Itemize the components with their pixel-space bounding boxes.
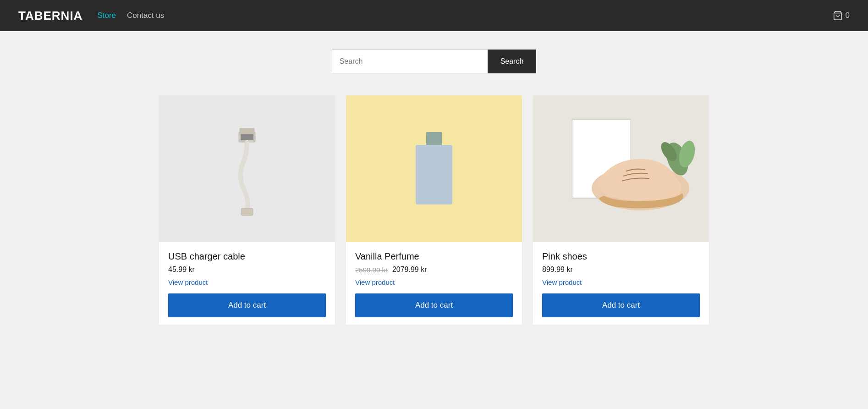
product-card-shoes: Pink shoes 899.99 kr View product Add to… <box>533 95 709 325</box>
price-row-shoes: 899.99 kr <box>542 265 700 274</box>
nav-contact-link[interactable]: Contact us <box>127 11 164 20</box>
cart-icon <box>833 11 843 21</box>
add-to-cart-perfume[interactable]: Add to cart <box>355 293 513 317</box>
price-usb: 45.99 kr <box>168 265 195 274</box>
add-to-cart-usb[interactable]: Add to cart <box>168 293 326 317</box>
search-bar: Search <box>122 50 746 73</box>
svg-rect-3 <box>240 128 254 134</box>
search-button[interactable]: Search <box>488 50 537 73</box>
main-content: Search USB charger cable <box>113 31 755 352</box>
shoes-illustration <box>533 95 709 242</box>
navbar-left: TABERNIA Store Contact us <box>18 9 164 23</box>
bottle-body <box>416 145 452 204</box>
cart-count: 0 <box>846 11 850 20</box>
product-name-shoes: Pink shoes <box>542 251 700 262</box>
view-product-shoes[interactable]: View product <box>542 278 700 286</box>
product-card-usb: USB charger cable 45.99 kr View product … <box>159 95 335 325</box>
product-grid: USB charger cable 45.99 kr View product … <box>159 95 709 325</box>
product-card-perfume: Vanilla Perfume 2599.99 kr 2079.99 kr Vi… <box>346 95 522 325</box>
price-shoes: 899.99 kr <box>542 265 573 274</box>
product-name-perfume: Vanilla Perfume <box>355 251 513 262</box>
svg-rect-2 <box>241 134 253 140</box>
navbar: TABERNIA Store Contact us 0 <box>0 0 868 31</box>
brand-logo: TABERNIA <box>18 9 82 23</box>
product-info-shoes: Pink shoes 899.99 kr View product Add to… <box>533 242 709 325</box>
nav-store-link[interactable]: Store <box>97 11 116 20</box>
product-name-usb: USB charger cable <box>168 251 326 262</box>
perfume-bottle-illustration <box>413 132 455 205</box>
nav-links: Store Contact us <box>97 11 164 20</box>
usb-cable-illustration <box>220 118 275 219</box>
product-image-shoes <box>533 95 709 242</box>
product-info-perfume: Vanilla Perfume 2599.99 kr 2079.99 kr Vi… <box>346 242 522 325</box>
add-to-cart-shoes[interactable]: Add to cart <box>542 293 700 317</box>
product-image-perfume <box>346 95 522 242</box>
product-info-usb: USB charger cable 45.99 kr View product … <box>159 242 335 325</box>
search-input[interactable] <box>332 50 488 73</box>
view-product-perfume[interactable]: View product <box>355 278 513 286</box>
bottle-cap <box>426 132 442 145</box>
svg-rect-4 <box>241 208 253 216</box>
product-image-usb <box>159 95 335 242</box>
price-perfume: 2079.99 kr <box>392 265 427 274</box>
price-original-perfume: 2599.99 kr <box>355 266 388 274</box>
price-row-perfume: 2599.99 kr 2079.99 kr <box>355 265 513 274</box>
cart-area[interactable]: 0 <box>833 11 850 21</box>
price-row-usb: 45.99 kr <box>168 265 326 274</box>
view-product-usb[interactable]: View product <box>168 278 326 286</box>
